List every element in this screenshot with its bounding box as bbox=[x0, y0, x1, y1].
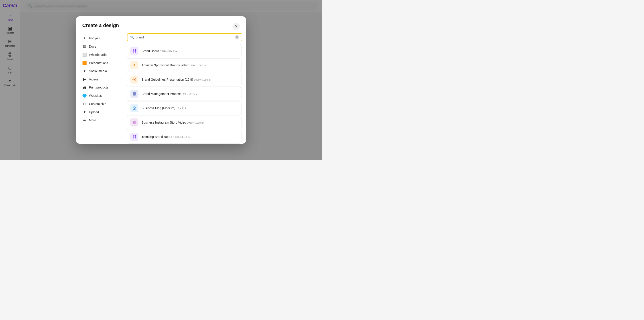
svg-rect-0 bbox=[133, 49, 134, 51]
result-name: Brand Guidelines Presentation (16:9) bbox=[142, 78, 193, 81]
search-input-wrapper: 🔍 ✕ bbox=[127, 33, 242, 41]
nav-item-label: For you bbox=[89, 36, 100, 40]
close-button[interactable]: ✕ bbox=[232, 22, 240, 30]
svg-rect-2 bbox=[133, 51, 134, 53]
whiteboards-icon: ⬜ bbox=[82, 52, 87, 57]
nav-item-label: Videos bbox=[89, 77, 98, 81]
nav-item-videos[interactable]: ▶ Videos bbox=[80, 75, 122, 83]
result-info-business-flag: Business Flag (Medium) 15 × 11 in bbox=[142, 106, 238, 110]
nav-item-label: Websites bbox=[89, 94, 102, 97]
result-icon-amazon: a bbox=[130, 61, 138, 69]
modal-body: ✦ For you ▤ Docs ⬜ Whiteboards 🟧 Present… bbox=[76, 30, 246, 144]
create-design-modal: Create a design ✕ ✦ For you ▤ Docs ⬜ Whi… bbox=[76, 16, 246, 144]
result-item-amazon[interactable]: a Amazon Sponsored Brands video 1920 × 1… bbox=[127, 58, 242, 72]
svg-point-12 bbox=[135, 122, 135, 122]
modal-overlay[interactable]: Create a design ✕ ✦ For you ▤ Docs ⬜ Whi… bbox=[0, 0, 322, 160]
nav-item-websites[interactable]: 🌐 Websites bbox=[80, 92, 122, 99]
nav-item-custom-size[interactable]: ⊡ Custom size bbox=[80, 100, 122, 108]
nav-item-whiteboards[interactable]: ⬜ Whiteboards bbox=[80, 51, 122, 58]
svg-rect-15 bbox=[133, 137, 134, 139]
result-info-business-instagram: Business Instagram Story Video 1080 × 19… bbox=[142, 120, 238, 124]
result-info-amazon: Amazon Sponsored Brands video 1920 × 108… bbox=[142, 63, 238, 67]
result-icon-business-flag bbox=[130, 104, 138, 112]
nav-item-label: Custom size bbox=[89, 102, 106, 106]
result-size-value: 21 × 29.7 cm bbox=[183, 93, 198, 95]
nav-item-social-media[interactable]: ♥ Social media bbox=[80, 67, 122, 75]
result-size-value: 1920 × 1080 px bbox=[194, 78, 211, 81]
result-name: Brand Management Proposal bbox=[142, 92, 182, 96]
for-you-icon: ✦ bbox=[82, 36, 87, 40]
nav-item-presentations[interactable]: 🟧 Presentations bbox=[80, 59, 122, 67]
nav-item-label: Upload bbox=[89, 110, 99, 114]
svg-rect-13 bbox=[133, 135, 134, 137]
nav-item-label: Social media bbox=[89, 69, 107, 73]
nav-item-for-you[interactable]: ✦ For you bbox=[80, 34, 122, 42]
result-name: Business Flag (Medium) bbox=[142, 106, 175, 110]
upload-icon: ⬆ bbox=[82, 110, 87, 114]
result-icon-brand-guidelines bbox=[130, 75, 138, 84]
nav-item-label: Docs bbox=[89, 45, 96, 48]
modal-nav: ✦ For you ▤ Docs ⬜ Whiteboards 🟧 Present… bbox=[76, 33, 125, 144]
nav-item-label: Whiteboards bbox=[89, 53, 107, 56]
result-icon-trending-brand-board bbox=[130, 133, 138, 141]
print-icon: 🖨 bbox=[82, 85, 87, 89]
nav-item-label: Presentations bbox=[89, 61, 108, 65]
result-icon-business-instagram bbox=[130, 118, 138, 126]
result-item-trending-brand-board[interactable]: Trending Brand Board 1920 × 3240 px bbox=[127, 130, 242, 144]
presentations-icon: 🟧 bbox=[82, 61, 87, 65]
result-item-business-instagram[interactable]: Business Instagram Story Video 1080 × 19… bbox=[127, 115, 242, 129]
search-container: 🔍 ✕ bbox=[127, 33, 242, 41]
result-size-value: 1920 × 1080 px bbox=[189, 64, 206, 67]
nav-item-upload[interactable]: ⬆ Upload bbox=[80, 108, 122, 116]
more-icon: ••• bbox=[82, 118, 87, 122]
result-name: Business Instagram Story Video bbox=[142, 121, 186, 124]
svg-point-4 bbox=[133, 78, 136, 81]
result-item-business-flag[interactable]: Business Flag (Medium) 15 × 11 in bbox=[127, 101, 242, 115]
modal-title: Create a design bbox=[82, 22, 119, 28]
result-name: Brand Board bbox=[142, 49, 159, 53]
result-size-value: 1920 × 3240 px bbox=[173, 136, 190, 138]
result-info-brand-guidelines: Brand Guidelines Presentation (16:9) 192… bbox=[142, 77, 238, 82]
clear-search-button[interactable]: ✕ bbox=[235, 35, 239, 39]
result-icon-brand-management bbox=[130, 90, 138, 98]
search-input[interactable] bbox=[136, 35, 233, 39]
svg-rect-1 bbox=[134, 49, 136, 51]
custom-size-icon: ⊡ bbox=[82, 102, 87, 106]
result-info-brand-management: Brand Management Proposal 21 × 29.7 cm bbox=[142, 92, 238, 96]
results-list: Brand Board 1920 × 3240 px a Amazon Spon… bbox=[127, 44, 242, 144]
svg-rect-3 bbox=[134, 51, 136, 53]
result-size-value: 1080 × 1920 px bbox=[187, 121, 204, 124]
docs-icon: ▤ bbox=[82, 44, 87, 48]
result-info-brand-board: Brand Board 1920 × 3240 px bbox=[142, 49, 238, 53]
websites-icon: 🌐 bbox=[82, 93, 87, 98]
result-size-value: 1920 × 3240 px bbox=[160, 50, 177, 52]
result-item-brand-management[interactable]: Brand Management Proposal 21 × 29.7 cm bbox=[127, 87, 242, 101]
nav-item-docs[interactable]: ▤ Docs bbox=[80, 42, 122, 50]
result-size-value: 15 × 11 in bbox=[176, 107, 187, 110]
search-icon: 🔍 bbox=[130, 35, 134, 39]
result-item-brand-guidelines[interactable]: Brand Guidelines Presentation (16:9) 192… bbox=[127, 73, 242, 86]
svg-rect-16 bbox=[134, 137, 136, 139]
social-media-icon: ♥ bbox=[82, 69, 87, 73]
result-info-trending-brand-board: Trending Brand Board 1920 × 3240 px bbox=[142, 135, 238, 139]
svg-rect-10 bbox=[133, 121, 136, 124]
nav-item-print-products[interactable]: 🖨 Print products bbox=[80, 84, 122, 91]
nav-item-more[interactable]: ••• More bbox=[80, 116, 122, 124]
result-name: Amazon Sponsored Brands video bbox=[142, 63, 188, 67]
nav-item-label: More bbox=[89, 118, 96, 122]
result-icon-brand-board bbox=[130, 47, 138, 55]
svg-rect-14 bbox=[134, 135, 136, 137]
result-name: Trending Brand Board bbox=[142, 135, 172, 139]
result-item-brand-board[interactable]: Brand Board 1920 × 3240 px bbox=[127, 44, 242, 58]
nav-item-label: Print products bbox=[89, 86, 108, 89]
modal-right: 🔍 ✕ bbox=[125, 33, 246, 144]
modal-header: Create a design ✕ bbox=[76, 16, 246, 30]
videos-icon: ▶ bbox=[82, 77, 87, 81]
